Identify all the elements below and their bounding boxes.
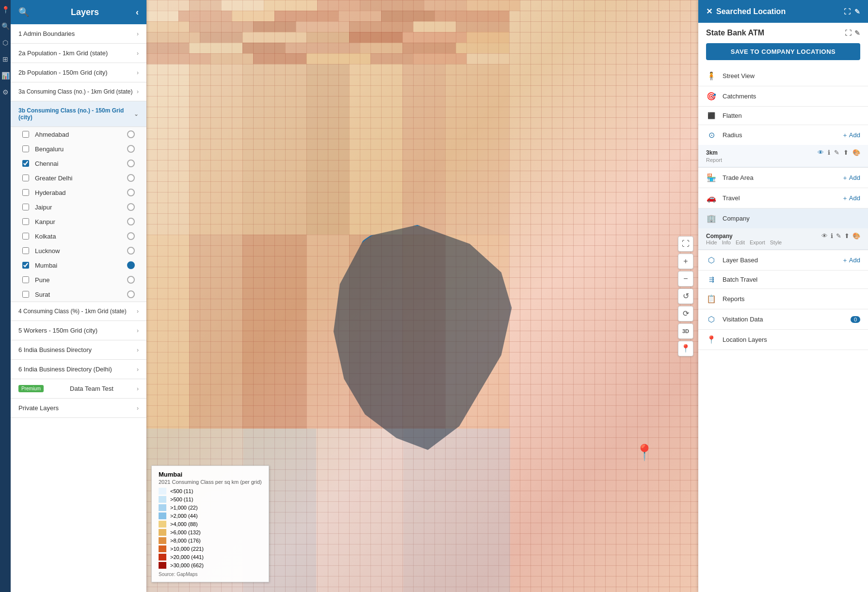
checkbox-surat[interactable] (22, 291, 29, 298)
checkbox-mumbai[interactable] (22, 262, 29, 269)
layer-item-data-team[interactable]: Premium Data Team Test › (11, 379, 146, 399)
checkbox-ahmedabad[interactable] (22, 131, 29, 138)
city-row-kolkata[interactable]: Kolkata (11, 229, 146, 243)
zoom-out-button[interactable]: − (678, 271, 693, 287)
company-action-info[interactable]: Info (722, 240, 731, 245)
trade-area-row[interactable]: 🏪 Trade Area ＋ Add (698, 168, 868, 188)
edit-header-icon[interactable]: ✎ (854, 8, 860, 16)
expand-icon[interactable]: ⛶ (844, 8, 851, 16)
company-row[interactable]: 🏢 Company (698, 208, 868, 228)
travel-row[interactable]: 🚗 Travel ＋ Add (698, 188, 868, 208)
zoom-in-button[interactable]: + (678, 254, 693, 269)
location-layers-row[interactable]: 📍 Location Layers (698, 330, 868, 350)
checkbox-chennai[interactable] (22, 160, 29, 167)
radio-hyderabad[interactable] (127, 189, 135, 196)
city-row-kanpur[interactable]: Kanpur (11, 214, 146, 229)
sidebar-search-icon[interactable]: 🔍 (18, 7, 29, 17)
layer-based-add-button[interactable]: ＋ Add (842, 256, 860, 265)
nav-icon-layers[interactable]: ⬡ (2, 39, 8, 47)
layer-item-consuming150m[interactable]: 3b Consuming Class (no.) - 150m Grid (ci… (11, 101, 146, 127)
city-row-ahmedabad[interactable]: Ahmedabad (11, 127, 146, 142)
radio-greater-delhi[interactable] (127, 174, 135, 182)
batch-travel-row[interactable]: ⇶ Batch Travel (698, 271, 868, 288)
map-area[interactable]: Mumbai 2021 Consuming Class per sq km (p… (146, 0, 698, 592)
city-row-jaipur[interactable]: Jaipur (11, 200, 146, 214)
radio-mumbai[interactable] (127, 261, 135, 269)
checkbox-bengaluru[interactable] (22, 145, 29, 152)
radio-jaipur[interactable] (127, 203, 135, 211)
layer-item-workers[interactable]: 5 Workers - 150m Grid (city) › (11, 321, 146, 340)
radio-ahmedabad[interactable] (127, 130, 135, 138)
layer-based-row[interactable]: ⬡ Layer Based ＋ Add (698, 250, 868, 270)
radius-export-icon[interactable]: ⬆ (843, 149, 849, 156)
city-row-hyderabad[interactable]: Hyderabad (11, 185, 146, 200)
checkbox-greater-delhi[interactable] (22, 175, 29, 181)
close-button[interactable]: ✕ (706, 7, 712, 16)
nav-icon-grid[interactable]: ⊞ (2, 55, 8, 63)
company-action-hide[interactable]: Hide (706, 240, 717, 245)
radius-info-icon[interactable]: ℹ (828, 149, 830, 156)
checkbox-jaipur[interactable] (22, 204, 29, 210)
company-action-edit[interactable]: Edit (736, 240, 745, 245)
3d-view-button[interactable]: 3D (678, 323, 693, 339)
company-info-icon[interactable]: ℹ (831, 232, 833, 240)
layer-item-consuming1km[interactable]: 3a Consuming Class (no.) - 1km Grid (sta… (11, 82, 146, 101)
pencil-icon[interactable]: ✎ (854, 29, 860, 37)
catchments-row[interactable]: 🎯 Catchments (698, 86, 868, 106)
radio-surat[interactable] (127, 290, 135, 298)
layer-item-private[interactable]: Private Layers › (11, 399, 146, 418)
city-row-bengaluru[interactable]: Bengaluru (11, 142, 146, 156)
company-style-icon[interactable]: 🎨 (852, 232, 860, 240)
radio-chennai[interactable] (127, 160, 135, 167)
fullscreen-button[interactable]: ⛶ (678, 236, 693, 252)
reset-button[interactable]: ↺ (678, 288, 693, 304)
radius-eye-icon[interactable]: 👁 (818, 149, 824, 156)
checkbox-lucknow[interactable] (22, 247, 29, 254)
my-location-button[interactable]: 📍 (678, 341, 693, 356)
resize-icon[interactable]: ⛶ (845, 29, 852, 37)
layer-item-pop1km[interactable]: 2a Population - 1km Grid (state) › (11, 44, 146, 63)
nav-icon-chart[interactable]: 📊 (1, 72, 10, 80)
layer-item-admin[interactable]: 1 Admin Boundaries › (11, 24, 146, 44)
radius-style-icon[interactable]: 🎨 (852, 149, 860, 156)
radius-edit-icon[interactable]: ✎ (834, 149, 839, 156)
save-to-company-button[interactable]: SAVE TO COMPANY LOCATIONS (706, 43, 860, 60)
sidebar-collapse-icon[interactable]: ‹ (136, 7, 139, 17)
street-view-row[interactable]: 🧍 Street View (698, 66, 868, 86)
company-action-export[interactable]: Export (750, 240, 765, 245)
flatten-row[interactable]: ⬛ Flatten (698, 107, 868, 125)
radio-pune[interactable] (127, 276, 135, 284)
reports-row[interactable]: 📋 Reports (698, 289, 868, 309)
layer-item-pop150m[interactable]: 2b Population - 150m Grid (city) › (11, 63, 146, 82)
city-row-lucknow[interactable]: Lucknow (11, 243, 146, 258)
layer-item-india-biz-delhi[interactable]: 6 India Business Directory (Delhi) › (11, 360, 146, 379)
refresh-button[interactable]: ⟳ (678, 306, 693, 321)
travel-add-button[interactable]: ＋ Add (842, 194, 860, 203)
trade-area-add-button[interactable]: ＋ Add (842, 174, 860, 182)
radio-lucknow[interactable] (127, 247, 135, 255)
city-row-pune[interactable]: Pune (11, 272, 146, 287)
nav-icon-location[interactable]: 📍 (1, 6, 10, 14)
nav-icon-search[interactable]: 🔍 (1, 22, 10, 30)
city-row-surat[interactable]: Surat (11, 287, 146, 302)
radio-bengaluru[interactable] (127, 145, 135, 153)
radius-row[interactable]: ⊙ Radius ＋ Add (698, 125, 868, 145)
company-action-style[interactable]: Style (770, 240, 782, 245)
company-edit-icon[interactable]: ✎ (836, 232, 841, 240)
visitation-row[interactable]: ⬡ Visitation Data 0 (698, 309, 868, 329)
city-row-mumbai[interactable]: Mumbai (11, 258, 146, 272)
checkbox-kanpur[interactable] (22, 218, 29, 225)
checkbox-kolkata[interactable] (22, 233, 29, 240)
radio-kanpur[interactable] (127, 218, 135, 225)
layer-item-consuming-pct[interactable]: 4 Consuming Class (%) - 1km Grid (state)… (11, 302, 146, 321)
radio-kolkata[interactable] (127, 232, 135, 240)
checkbox-hyderabad[interactable] (22, 189, 29, 196)
city-row-greater-delhi[interactable]: Greater Delhi (11, 171, 146, 185)
company-hide-icon[interactable]: 👁 (821, 232, 828, 240)
checkbox-pune[interactable] (22, 276, 29, 283)
layer-item-india-biz[interactable]: 6 India Business Directory › (11, 340, 146, 360)
company-export-icon[interactable]: ⬆ (844, 232, 850, 240)
radius-add-button[interactable]: ＋ Add (842, 131, 860, 140)
city-row-chennai[interactable]: Chennai (11, 156, 146, 171)
nav-icon-settings[interactable]: ⚙ (2, 88, 9, 96)
